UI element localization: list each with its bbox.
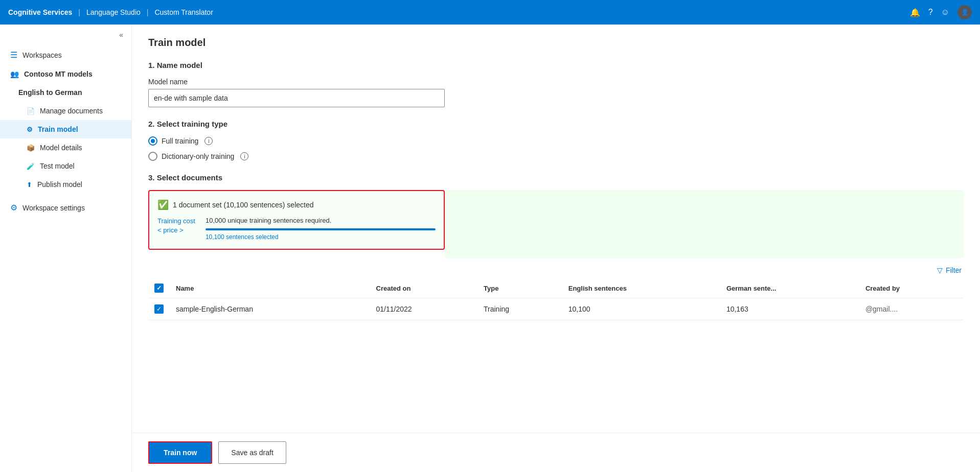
manage-docs-icon: 📄 — [27, 107, 35, 115]
section-name-model: 1. Name model Model name — [148, 61, 964, 107]
sep2: | — [147, 8, 149, 16]
full-training-info-icon[interactable]: i — [204, 137, 213, 145]
filter-button[interactable]: ▽ Filter — [937, 266, 962, 274]
save-as-draft-button[interactable]: Save as draft — [218, 441, 286, 464]
col-checkbox: ✓ — [148, 278, 170, 298]
sidebar-item-label: English to German — [18, 88, 82, 97]
progress-bar-container — [206, 228, 436, 230]
cost-label-line1: Training cost — [157, 217, 195, 226]
footer-bar: Train now Save as draft — [132, 433, 980, 472]
row-created-by: @gmail.... — [859, 298, 964, 320]
cost-selected-text: 10,100 sentences selected — [206, 233, 436, 241]
documents-table: ✓ Name Created on Type English sentences… — [148, 278, 964, 320]
sidebar-item-label: Workspaces — [22, 51, 62, 59]
sidebar-collapse-button[interactable]: « — [0, 25, 131, 45]
sidebar-item-contoso-mt[interactable]: 👥 Contoso MT models — [0, 65, 131, 83]
col-german-sentences: German sente... — [720, 278, 859, 298]
cost-details: 10,000 unique training sentences require… — [206, 217, 436, 241]
bell-icon[interactable]: 🔔 — [910, 8, 920, 17]
row-checkbox-cell: ✓ — [148, 298, 170, 320]
col-created-on: Created on — [370, 278, 478, 298]
row-english-sentences: 10,100 — [562, 298, 720, 320]
doc-status-text: 1 document set (10,100 sentences) select… — [173, 201, 314, 209]
cost-label-line2: < price > — [157, 226, 195, 235]
sidebar-item-test-model[interactable]: 🧪 Test model — [0, 157, 131, 175]
sidebar-item-model-details[interactable]: 📦 Model details — [0, 138, 131, 157]
model-details-icon: 📦 — [27, 144, 35, 152]
sidebar-item-workspace-settings[interactable]: ⚙ Workspace settings — [0, 198, 131, 218]
radio-full-label: Full training — [162, 137, 198, 145]
col-english-sentences: English sentences — [562, 278, 720, 298]
workspaces-icon: ☰ — [10, 50, 17, 60]
radio-dict-circle — [148, 152, 157, 161]
main-content: Train model 1. Name model Model name 2. … — [132, 25, 980, 433]
page-title: Train model — [148, 37, 964, 49]
table-toolbar: ▽ Filter — [148, 266, 964, 274]
sidebar-item-manage-documents[interactable]: 📄 Manage documents — [0, 102, 131, 120]
sep1: | — [78, 8, 80, 16]
sidebar-item-label: Train model — [38, 125, 78, 133]
train-now-button[interactable]: Train now — [148, 441, 212, 464]
section1-label: 1. Name model — [148, 61, 964, 69]
user-avatar[interactable]: 👤 — [958, 5, 972, 19]
radio-dict-label: Dictionary-only training — [162, 152, 234, 160]
custom-translator-link[interactable]: Custom Translator — [154, 8, 213, 16]
radio-dict-training[interactable]: Dictionary-only training i — [148, 152, 964, 161]
sidebar-item-workspaces[interactable]: ☰ Workspaces — [0, 45, 131, 65]
sidebar-item-label: Workspace settings — [22, 204, 85, 212]
select-all-checkbox[interactable]: ✓ — [154, 284, 164, 293]
doc-selection-box: ✅ 1 document set (10,100 sentences) sele… — [148, 190, 445, 250]
section3-label: 3. Select documents — [148, 173, 964, 182]
workspace-settings-icon: ⚙ — [10, 203, 17, 213]
table-row: ✓ sample-English-German 01/11/2022 Train… — [148, 298, 964, 320]
sidebar-item-label: Test model — [40, 162, 75, 170]
help-icon[interactable]: ? — [928, 8, 933, 17]
model-name-input[interactable] — [148, 89, 445, 107]
smiley-icon[interactable]: ☺ — [941, 8, 949, 17]
topbar-icons: 🔔 ? ☺ 👤 — [910, 5, 972, 19]
dict-training-info-icon[interactable]: i — [240, 152, 248, 160]
sidebar-item-label: Manage documents — [40, 107, 103, 115]
row-german-sentences: 10,163 — [720, 298, 859, 320]
cost-required-text: 10,000 unique training sentences require… — [206, 217, 436, 224]
sidebar-item-english-to-german[interactable]: English to German — [0, 83, 131, 102]
model-name-label: Model name — [148, 78, 964, 86]
topbar: Cognitive Services | Language Studio | C… — [0, 0, 980, 25]
training-type-group: Full training i Dictionary-only training… — [148, 136, 964, 161]
brand-label: Cognitive Services — [8, 8, 72, 16]
progress-bar-fill — [206, 228, 436, 230]
section-training-type: 2. Select training type Full training i … — [148, 120, 964, 161]
row-created-on: 01/11/2022 — [370, 298, 478, 320]
row-type: Training — [477, 298, 562, 320]
cost-label: Training cost < price > — [157, 217, 195, 235]
green-right-strip — [445, 190, 964, 258]
training-cost-row: Training cost < price > 10,000 unique tr… — [157, 217, 436, 241]
col-created-by: Created by — [859, 278, 964, 298]
radio-full-circle — [148, 136, 157, 146]
row-checkbox[interactable]: ✓ — [154, 304, 164, 314]
contoso-icon: 👥 — [10, 70, 19, 78]
doc-status-row: ✅ 1 document set (10,100 sentences) sele… — [157, 199, 436, 210]
language-studio-link[interactable]: Language Studio — [86, 8, 141, 16]
sidebar-item-label: Model details — [40, 144, 82, 152]
table-header-row: ✓ Name Created on Type English sentences… — [148, 278, 964, 298]
row-name: sample-English-German — [170, 298, 370, 320]
col-type: Type — [477, 278, 562, 298]
train-model-icon: ⚙ — [27, 126, 33, 133]
test-model-icon: 🧪 — [27, 162, 35, 170]
section2-label: 2. Select training type — [148, 120, 964, 128]
radio-full-training[interactable]: Full training i — [148, 136, 964, 146]
main-layout: « ☰ Workspaces 👥 Contoso MT models Engli… — [0, 25, 980, 472]
sidebar-item-publish-model[interactable]: ⬆ Publish model — [0, 175, 131, 194]
sidebar: « ☰ Workspaces 👥 Contoso MT models Engli… — [0, 25, 132, 472]
col-name: Name — [170, 278, 370, 298]
sidebar-item-train-model[interactable]: ⚙ Train model — [0, 120, 131, 138]
check-circle-icon: ✅ — [157, 199, 169, 210]
sidebar-item-label: Contoso MT models — [24, 70, 93, 78]
section-select-documents: 3. Select documents ✅ 1 document set (10… — [148, 173, 964, 320]
filter-label: Filter — [946, 266, 962, 274]
publish-model-icon: ⬆ — [27, 181, 32, 188]
filter-icon: ▽ — [937, 266, 943, 274]
sidebar-item-label: Publish model — [37, 180, 82, 188]
